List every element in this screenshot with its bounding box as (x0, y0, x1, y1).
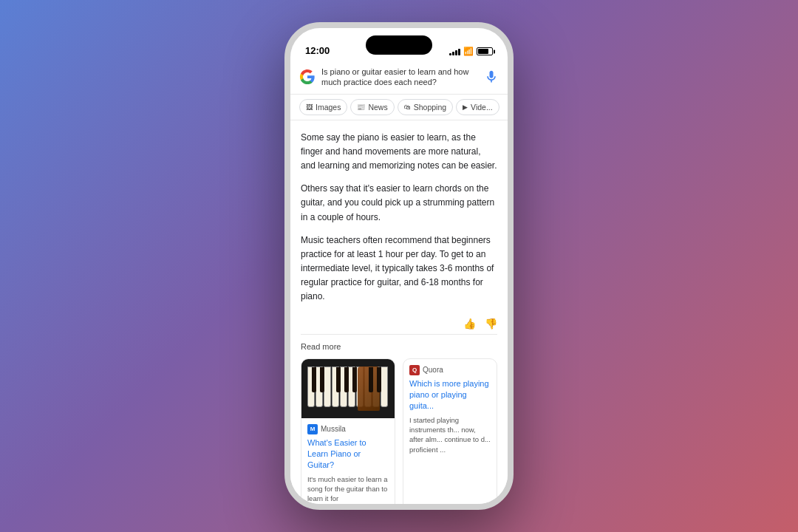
tab-shopping-label: Shopping (414, 103, 446, 112)
cards-row: M Mussila What's Easier to Learn Piano o… (301, 358, 497, 504)
answer-paragraph-2: Others say that it's easier to learn cho… (301, 182, 497, 225)
white-key-2 (316, 366, 323, 407)
shopping-icon: 🛍 (404, 103, 411, 111)
tab-videos-label: Vide... (471, 103, 493, 112)
white-key-3 (324, 366, 331, 407)
tab-news[interactable]: 📰 News (350, 99, 394, 115)
tab-images[interactable]: 🖼 Images (299, 99, 347, 115)
mussila-card-title[interactable]: What's Easier to Learn Piano or Guitar? (307, 437, 389, 471)
tab-images-label: Images (316, 103, 341, 112)
content-area[interactable]: Some say the piano is easier to learn, a… (290, 120, 508, 504)
quora-card-body: Q Quora Which is more playing piano or p… (403, 359, 497, 460)
quora-source-name: Quora (423, 366, 443, 374)
piano-visual (301, 359, 395, 418)
white-key-10 (381, 366, 388, 407)
tab-news-label: News (368, 103, 387, 112)
wifi-icon: 📶 (463, 47, 474, 56)
search-query-text: Is piano or guitar easier to learn and h… (321, 66, 478, 88)
thumbs-down-button[interactable]: 👎 (485, 318, 497, 330)
white-key-4 (332, 366, 339, 407)
dynamic-island (366, 35, 432, 55)
status-icons: 📶 (449, 47, 493, 56)
tab-shopping[interactable]: 🛍 Shopping (398, 99, 453, 115)
feedback-row: 👍 👎 (301, 313, 497, 335)
phone-frame: 12:00 📶 Is piano or guitar (284, 22, 514, 510)
videos-icon: ▶ (463, 103, 468, 111)
mussila-source: M Mussila (307, 424, 389, 434)
signal-icon (449, 48, 460, 55)
read-more-link[interactable]: Read more (301, 342, 497, 351)
mussila-logo: M (307, 424, 318, 434)
screen: Is piano or guitar easier to learn and h… (290, 61, 508, 504)
quora-card[interactable]: Q Quora Which is more playing piano or p… (403, 358, 497, 504)
quora-card-title[interactable]: Which is more playing piano or playing g… (409, 378, 491, 412)
status-time: 12:00 (305, 45, 330, 56)
filter-tabs: 🖼 Images 📰 News 🛍 Shopping ▶ Vide... (290, 95, 508, 120)
mussila-card-body: M Mussila What's Easier to Learn Piano o… (301, 418, 395, 504)
answer-paragraph-1: Some say the piano is easier to learn, a… (301, 131, 497, 174)
images-icon: 🖼 (306, 103, 313, 111)
mic-icon[interactable] (484, 69, 499, 84)
answer-paragraph-3: Music teachers often recommend that begi… (301, 233, 497, 304)
quora-card-excerpt: I started playing instruments th... now,… (409, 415, 491, 454)
quora-source-row: Q Quora (409, 365, 491, 375)
white-key-5 (340, 366, 347, 407)
quora-logo: Q (409, 365, 420, 375)
tab-videos[interactable]: ▶ Vide... (456, 99, 499, 115)
thumbs-up-button[interactable]: 👍 (463, 318, 476, 330)
mussila-card-excerpt: It's much easier to learn a song for the… (307, 474, 389, 504)
news-icon: 📰 (357, 103, 365, 111)
mussila-card[interactable]: M Mussila What's Easier to Learn Piano o… (301, 358, 395, 504)
white-key-6 (348, 366, 355, 407)
mussila-card-image (301, 359, 395, 418)
google-logo (299, 69, 316, 85)
battery-icon (477, 47, 493, 55)
search-bar[interactable]: Is piano or guitar easier to learn and h… (290, 61, 508, 95)
mussila-source-name: Mussila (321, 425, 346, 433)
white-key-1 (307, 366, 315, 407)
